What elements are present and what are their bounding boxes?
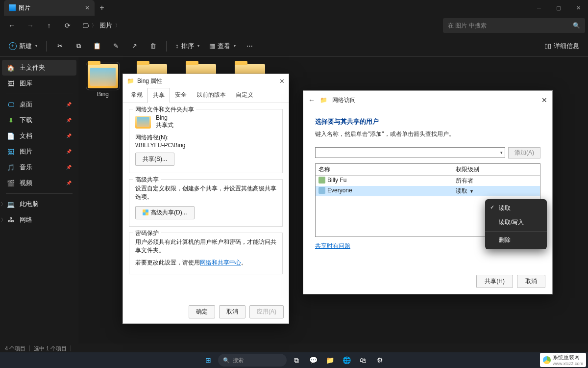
search-placeholder: 在 图片 中搜索 xyxy=(448,22,487,30)
copy-icon: ⧉ xyxy=(76,42,81,50)
watermark-icon xyxy=(543,356,551,364)
permission-value: 所有者 xyxy=(453,176,540,186)
status-bar: 4 个项目 选中 1 个项目 xyxy=(0,343,588,353)
pin-icon: 📌 xyxy=(66,149,72,154)
documents-icon: 📄 xyxy=(7,132,15,140)
sidebar-item-home[interactable]: 🏠主文件夹 xyxy=(2,60,76,76)
sidebar-item-music[interactable]: 🎵音乐📌 xyxy=(2,159,76,175)
up-button[interactable]: ↑ xyxy=(40,17,58,34)
breadcrumb[interactable]: 🖵 〉 图片 〉 xyxy=(82,21,120,30)
sidebar: 🏠主文件夹 🖼图库 🖵桌面📌 ⬇下载📌 📄文档📌 🖼图片📌 🎵音乐📌 🎬视频📌 … xyxy=(0,57,78,348)
copy-button[interactable]: ⧉ xyxy=(70,38,87,54)
user-row-selected[interactable]: Everyone 读取▼ xyxy=(316,186,540,196)
new-tab-button[interactable]: + xyxy=(95,3,109,12)
list-header: 名称 权限级别 xyxy=(316,164,540,176)
cancel-button[interactable]: 取消 xyxy=(517,275,545,288)
crumb-pictures[interactable]: 图片 xyxy=(99,21,112,30)
user-row[interactable]: Billy Fu 所有者 xyxy=(316,176,540,186)
minimize-button[interactable]: ─ xyxy=(529,0,549,16)
separator xyxy=(29,345,30,351)
tab-security[interactable]: 安全 xyxy=(170,88,192,103)
tab-customize[interactable]: 自定义 xyxy=(231,88,258,103)
window-tab[interactable]: 图片 ✕ xyxy=(4,0,95,16)
chevron-down-icon: ▾ xyxy=(500,150,503,155)
add-user-row: ▾ 添加(A) xyxy=(315,147,540,158)
taskbar-app[interactable]: 🌐 xyxy=(340,353,353,367)
tab-close-icon[interactable]: ✕ xyxy=(85,4,90,11)
task-view-button[interactable]: ⧉ xyxy=(290,353,303,367)
start-button[interactable]: ⊞ xyxy=(201,353,215,367)
separator xyxy=(166,41,167,52)
forward-button[interactable]: → xyxy=(22,17,39,34)
sidebar-item-gallery[interactable]: 🖼图库 xyxy=(2,76,76,91)
view-button[interactable]: ▦ 查看 ▾ xyxy=(205,38,240,54)
taskbar-app[interactable]: ⚙ xyxy=(373,353,387,367)
share-button[interactable]: 共享(S)... xyxy=(135,153,174,166)
tab-sharing[interactable]: 共享 xyxy=(147,88,170,103)
details-icon: ▯▯ xyxy=(544,42,551,50)
tab-previous-versions[interactable]: 以前的版本 xyxy=(192,88,231,103)
paste-button[interactable]: 📋 xyxy=(89,38,105,54)
apply-button[interactable]: 应用(A) xyxy=(249,305,284,318)
user-combo[interactable]: ▾ xyxy=(315,147,505,158)
cancel-button[interactable]: 取消 xyxy=(219,305,245,318)
col-permission[interactable]: 权限级别 xyxy=(453,164,540,175)
taskbar-app[interactable]: 🛍 xyxy=(356,353,370,367)
network-center-link[interactable]: 网络和共享中心 xyxy=(200,259,241,266)
back-icon[interactable]: ← xyxy=(308,96,315,104)
ok-button[interactable]: 确定 xyxy=(189,305,215,318)
details-pane-button[interactable]: ▯▯ 详细信息 xyxy=(540,38,583,54)
menu-item-readwrite[interactable]: 读取/写入 xyxy=(485,215,547,230)
refresh-button[interactable]: ⟳ xyxy=(59,17,76,34)
sidebar-item-network[interactable]: 〉🖧网络 xyxy=(2,212,76,228)
sidebar-item-thispc[interactable]: 〉💻此电脑 xyxy=(2,196,76,212)
sort-icon: ↕ xyxy=(175,42,179,50)
rename-button[interactable]: ✎ xyxy=(107,38,124,54)
nav-bar: ← → ↑ ⟳ 🖵 〉 图片 〉 在 图片 中搜索 🔍 xyxy=(0,16,588,35)
desktop-icon: 🖵 xyxy=(7,101,15,108)
pin-icon: 📌 xyxy=(66,165,72,170)
properties-dialog: 📁 Bing 属性 ✕ 常规 共享 安全 以前的版本 自定义 网络文件和文件夹共… xyxy=(122,74,289,324)
chevron-right-icon: 〉 xyxy=(1,217,5,223)
dialog-titlebar[interactable]: 📁 Bing 属性 ✕ xyxy=(123,74,289,88)
section-description: 设置自定义权限，创建多个共享，并设置其他高级共享选项。 xyxy=(135,184,276,201)
menu-item-read[interactable]: 读取 xyxy=(485,201,547,215)
taskbar-app[interactable]: 📁 xyxy=(323,353,337,367)
maximize-button[interactable]: ▢ xyxy=(549,0,568,16)
windows-icon: ⊞ xyxy=(205,356,211,364)
add-button[interactable]: 添加(A) xyxy=(508,147,540,158)
help-link[interactable]: 共享时有问题 xyxy=(315,242,350,250)
sort-button[interactable]: ↕ 排序 ▾ xyxy=(172,38,203,54)
close-icon[interactable]: ✕ xyxy=(541,96,547,104)
folder-item-bing[interactable]: Bing xyxy=(83,64,122,98)
toolbar: + 新建 ▾ ✂ ⧉ 📋 ✎ ↗ 🗑 ↕ 排序 ▾ ▦ 查看 ▾ ⋯ ▯▯ 详细… xyxy=(0,35,588,57)
cut-button[interactable]: ✂ xyxy=(51,38,68,54)
download-icon: ⬇ xyxy=(7,116,15,124)
tab-general[interactable]: 常规 xyxy=(126,88,147,103)
share-confirm-button[interactable]: 共享(H) xyxy=(476,275,513,288)
permission-dropdown[interactable]: 读取▼ xyxy=(453,186,540,196)
sidebar-item-videos[interactable]: 🎬视频📌 xyxy=(2,175,76,191)
search-input[interactable]: 在 图片 中搜索 🔍 xyxy=(443,18,585,33)
taskbar-search[interactable]: 🔍搜索 xyxy=(218,354,287,367)
more-button[interactable]: ⋯ xyxy=(242,38,258,54)
dialog-title: 网络访问 xyxy=(332,96,356,105)
col-name[interactable]: 名称 xyxy=(316,164,453,175)
share-dialog: ← 📁 网络访问 ✕ 选择要与其共享的用户 键入名称，然后单击"添加"，或者单击… xyxy=(303,90,553,294)
pin-icon: 📌 xyxy=(66,133,72,138)
netpath-value: \\BILLYFU-PC\Bing xyxy=(135,142,276,149)
new-button[interactable]: + 新建 ▾ xyxy=(5,38,41,54)
close-icon[interactable]: ✕ xyxy=(279,78,285,85)
sidebar-item-desktop[interactable]: 🖵桌面📌 xyxy=(2,97,76,112)
status-selected: 选中 1 个项目 xyxy=(34,345,67,352)
sidebar-item-documents[interactable]: 📄文档📌 xyxy=(2,128,76,144)
delete-button[interactable]: 🗑 xyxy=(145,38,161,54)
share-button[interactable]: ↗ xyxy=(126,38,143,54)
menu-item-remove[interactable]: 删除 xyxy=(485,233,547,247)
close-button[interactable]: ✕ xyxy=(568,0,588,16)
sidebar-item-pictures[interactable]: 🖼图片📌 xyxy=(2,144,76,159)
back-button[interactable]: ← xyxy=(3,17,21,34)
advanced-share-button[interactable]: 高级共享(D)... xyxy=(135,206,195,219)
taskbar-app[interactable]: 💬 xyxy=(306,353,320,367)
sidebar-item-downloads[interactable]: ⬇下载📌 xyxy=(2,112,76,128)
